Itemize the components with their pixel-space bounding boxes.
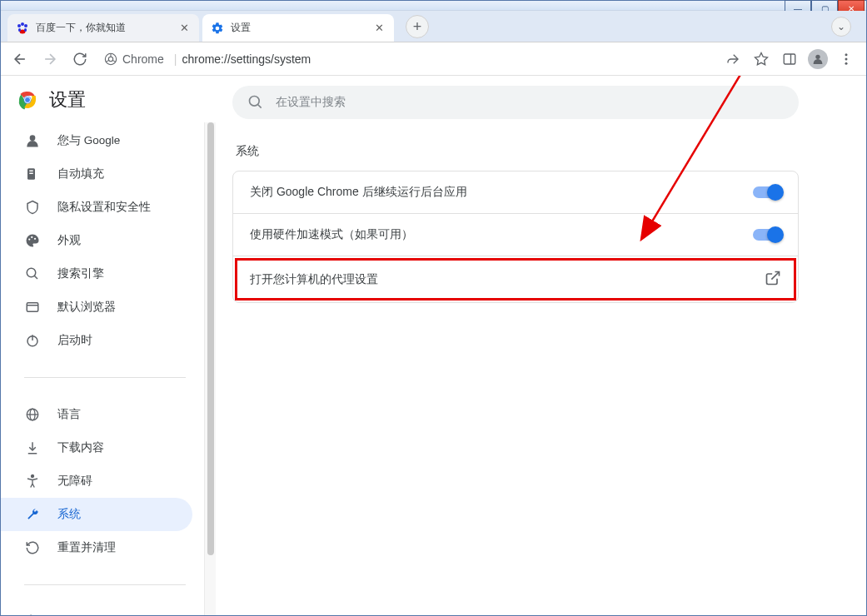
- share-button[interactable]: [723, 49, 743, 69]
- svg-point-5: [24, 28, 27, 32]
- extension-icon: [24, 614, 41, 615]
- sidebar-item-downloads[interactable]: 下载内容: [1, 431, 192, 464]
- sidebar-item-system[interactable]: 系统: [1, 498, 192, 531]
- svg-point-21: [28, 238, 30, 240]
- url-toolbar: Chrome | chrome://settings/system: [1, 42, 866, 76]
- shield-icon: [24, 199, 41, 216]
- sidebar-divider: [24, 584, 186, 585]
- search-placeholder: 在设置中搜索: [276, 95, 346, 110]
- main-menu-button[interactable]: [836, 49, 856, 69]
- svg-point-4: [18, 28, 21, 32]
- search-icon: [247, 94, 264, 111]
- section-title: 系统: [236, 144, 833, 159]
- sidebar-item-label: 搜索引擎: [57, 266, 104, 281]
- svg-point-22: [31, 236, 32, 238]
- svg-rect-19: [29, 171, 33, 172]
- url-text: chrome://settings/system: [182, 52, 311, 66]
- sidebar-item-default-browser[interactable]: 默认浏览器: [1, 291, 192, 324]
- scroll-thumb[interactable]: [207, 122, 214, 555]
- sidebar-item-label: 无障碍: [57, 474, 92, 489]
- sidebar-item-reset[interactable]: 重置并清理: [1, 531, 192, 564]
- tab-baidu[interactable]: 百度一下，你就知道 ✕: [7, 14, 199, 42]
- setting-row-background-apps: 关闭 Google Chrome 后继续运行后台应用: [233, 171, 798, 214]
- chrome-logo-icon: [17, 90, 37, 110]
- svg-point-23: [34, 238, 36, 240]
- bookmark-button[interactable]: [751, 49, 771, 69]
- toggle-background-apps[interactable]: [753, 186, 781, 198]
- sidebar-item-search[interactable]: 搜索引擎: [1, 257, 192, 291]
- sidebar-divider: [24, 377, 186, 378]
- reset-icon: [24, 539, 41, 556]
- svg-point-12: [845, 57, 848, 60]
- tabs-dropdown-button[interactable]: ⌄: [831, 17, 851, 37]
- address-bar[interactable]: Chrome | chrome://settings/system: [97, 47, 718, 72]
- setting-label: 关闭 Google Chrome 后继续运行后台应用: [250, 185, 467, 200]
- svg-rect-8: [784, 54, 795, 64]
- side-panel-button[interactable]: [780, 49, 800, 69]
- content-area: 设置 您与 Google 自动填充 隐私设置和安全性 外观 搜索引擎: [1, 76, 866, 615]
- setting-label: 打开您计算机的代理设置: [250, 272, 378, 287]
- window-titlebar: — ▢ ✕: [1, 1, 866, 11]
- svg-point-36: [250, 97, 260, 107]
- svg-point-16: [25, 97, 31, 103]
- sidebar-item-label: 自动填充: [57, 166, 104, 181]
- sidebar-item-label: 隐私设置和安全性: [57, 200, 151, 215]
- sidebar-item-privacy[interactable]: 隐私设置和安全性: [1, 191, 192, 224]
- tab-settings[interactable]: 设置 ✕: [202, 14, 394, 42]
- toolbar-right-icons: [723, 49, 856, 69]
- settings-search[interactable]: 在设置中搜索: [232, 86, 799, 119]
- sidebar-item-extensions[interactable]: 扩展程序: [1, 605, 192, 615]
- forward-button[interactable]: [37, 47, 62, 72]
- svg-point-7: [108, 57, 112, 61]
- svg-point-1: [21, 22, 24, 26]
- profile-avatar-button[interactable]: [808, 49, 828, 69]
- sidebar-item-label: 重置并清理: [57, 540, 116, 555]
- tab-close-button[interactable]: ✕: [177, 22, 191, 35]
- sidebar-item-label: 您与 Google: [57, 133, 120, 148]
- sidebar-item-you-and-google[interactable]: 您与 Google: [1, 124, 192, 157]
- sidebar-item-autofill[interactable]: 自动填充: [1, 157, 192, 191]
- svg-rect-20: [29, 173, 33, 175]
- sidebar-item-label: 默认浏览器: [57, 300, 116, 315]
- sidebar-item-label: 语言: [57, 407, 81, 422]
- search-icon: [24, 266, 41, 282]
- sidebar-item-startup[interactable]: 启动时: [1, 324, 192, 357]
- sidebar-item-label: 启动时: [57, 333, 92, 348]
- baidu-favicon-icon: [16, 22, 29, 35]
- reload-button[interactable]: [67, 47, 92, 72]
- sidebar-item-label: 外观: [57, 233, 81, 248]
- setting-label: 使用硬件加速模式（如果可用）: [250, 227, 413, 242]
- setting-row-hardware-accel: 使用硬件加速模式（如果可用）: [233, 214, 798, 256]
- power-icon: [24, 332, 41, 349]
- autofill-icon: [24, 166, 41, 182]
- sidebar-item-label: 系统: [57, 507, 81, 522]
- tab-title: 设置: [231, 21, 372, 35]
- sidebar-item-accessibility[interactable]: 无障碍: [1, 464, 192, 498]
- back-button[interactable]: [7, 47, 32, 72]
- svg-rect-26: [27, 303, 38, 312]
- sidebar-item-label: 下载内容: [57, 440, 104, 455]
- sidebar-item-label: 扩展程序: [57, 614, 104, 615]
- svg-point-10: [815, 54, 820, 58]
- svg-line-37: [258, 105, 262, 108]
- tab-close-button[interactable]: ✕: [372, 22, 386, 35]
- site-info-button[interactable]: Chrome: [104, 52, 164, 66]
- svg-point-11: [845, 53, 848, 56]
- chrome-window: — ▢ ✕ 百度一下，你就知道 ✕ 设置 ✕ + ⌄: [0, 0, 867, 616]
- svg-point-17: [30, 135, 36, 141]
- site-info-label: Chrome: [122, 52, 164, 66]
- toggle-hardware-accel[interactable]: [753, 229, 781, 241]
- sidebar-item-appearance[interactable]: 外观: [1, 224, 192, 257]
- settings-sidebar: 设置 您与 Google 自动填充 隐私设置和安全性 外观 搜索引擎: [1, 76, 216, 615]
- sidebar-scrollbar[interactable]: [204, 122, 216, 615]
- chrome-icon: [104, 52, 117, 66]
- new-tab-button[interactable]: +: [406, 15, 429, 38]
- settings-card-system: 关闭 Google Chrome 后继续运行后台应用 使用硬件加速模式（如果可用…: [232, 171, 799, 303]
- setting-row-proxy[interactable]: 打开您计算机的代理设置: [233, 256, 798, 302]
- open-external-icon: [765, 270, 781, 289]
- settings-main: 在设置中搜索 系统 关闭 Google Chrome 后继续运行后台应用 使用硬…: [216, 76, 866, 615]
- globe-icon: [24, 406, 41, 423]
- url-divider: |: [174, 52, 177, 66]
- sidebar-item-language[interactable]: 语言: [1, 398, 192, 431]
- person-icon: [24, 132, 41, 149]
